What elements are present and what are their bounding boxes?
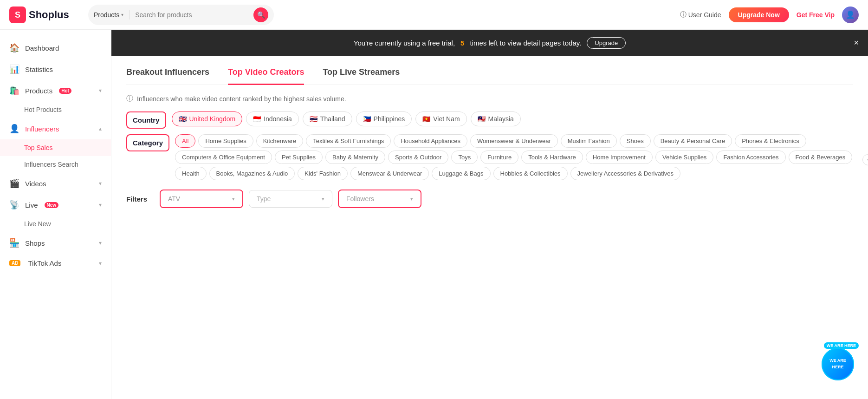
sidebar-item-hot-products[interactable]: Hot Products: [0, 101, 111, 118]
cat-option-kids[interactable]: Kids' Fashion: [298, 167, 348, 180]
cat-option-jewellery[interactable]: Jewellery Accessories & Derivatives: [570, 167, 680, 180]
country-option-malaysia[interactable]: 🇲🇾 Malaysia: [471, 111, 521, 126]
chevron-right-icon: ▾: [99, 87, 102, 94]
sidebar-label-live: Live: [25, 201, 38, 209]
ad-badge: AD: [9, 260, 20, 266]
country-option-philippines[interactable]: 🇵🇭 Philippines: [356, 111, 412, 126]
atv-select[interactable]: ATV ▾: [160, 190, 243, 208]
country-option-thailand[interactable]: 🇹🇭 Thailand: [303, 111, 352, 126]
banner-text-after: times left to view detail pages today.: [470, 39, 581, 47]
search-button[interactable]: 🔍: [253, 7, 268, 22]
cat-option-hobbies[interactable]: Hobbies & Collectibles: [493, 167, 568, 180]
banner-upgrade-button[interactable]: Upgrade: [587, 37, 626, 49]
followers-select[interactable]: Followers ▾: [338, 190, 421, 208]
bottom-filters: Filters ATV ▾ Type ▾ Followers ▾: [126, 190, 853, 208]
chevron-down-icon-live: ▾: [99, 202, 102, 208]
cat-option-beauty[interactable]: Beauty & Personal Care: [654, 134, 732, 148]
sidebar-label-products: Products: [25, 87, 52, 95]
svg-text:HERE: HERE: [832, 365, 843, 369]
cat-option-books[interactable]: Books, Magazines & Audio: [209, 167, 295, 180]
sidebar-item-dashboard[interactable]: 🏠 Dashboard: [0, 37, 111, 59]
type-placeholder: Type: [257, 195, 271, 203]
search-dropdown[interactable]: Products ▾: [94, 11, 123, 19]
chevron-down-icon-ads: ▾: [99, 260, 102, 267]
cat-option-vehicle[interactable]: Vehicle Supplies: [655, 150, 713, 164]
tabs-container: Breakout Influencers Top Video Creators …: [126, 67, 853, 85]
chevron-down-icon-followers: ▾: [410, 196, 413, 202]
content-area: Breakout Influencers Top Video Creators …: [111, 56, 868, 399]
sidebar-item-statistics[interactable]: 📊 Statistics: [0, 59, 111, 80]
logo-area: S Shoplus: [9, 7, 74, 23]
search-bar: Products ▾ 🔍: [88, 5, 274, 25]
main-content: You're currently using a free trial, 5 t…: [111, 30, 868, 399]
sidebar-item-live[interactable]: 📡 Live New ▾: [0, 194, 111, 216]
country-filter-row: Country 🇬🇧 United Kingdom 🇮🇩 Indonesia 🇹…: [126, 111, 853, 129]
country-label-indonesia: Indonesia: [264, 115, 292, 123]
search-input[interactable]: [135, 11, 250, 19]
cat-option-baby[interactable]: Baby & Maternity: [325, 150, 385, 164]
tab-top-video-creators[interactable]: Top Video Creators: [228, 67, 304, 85]
country-option-indonesia[interactable]: 🇮🇩 Indonesia: [246, 111, 299, 126]
cat-option-sports[interactable]: Sports & Outdoor: [388, 150, 448, 164]
country-option-vietnam[interactable]: 🇻🇳 Viet Nam: [415, 111, 466, 126]
country-label-philippines: Philippines: [374, 115, 405, 123]
flag-indonesia-icon: 🇮🇩: [253, 115, 261, 123]
promo-banner: You're currently using a free trial, 5 t…: [111, 30, 868, 56]
upgrade-now-button[interactable]: Upgrade Now: [729, 7, 789, 22]
cat-option-furniture[interactable]: Furniture: [480, 150, 518, 164]
sidebar-item-tiktok-ads[interactable]: AD TikTok Ads ▾: [0, 254, 111, 273]
sidebar-item-videos[interactable]: 🎬 Videos ▾: [0, 173, 111, 194]
type-select[interactable]: Type ▾: [249, 190, 332, 208]
we-are-here-circle[interactable]: WE ARE HERE WE ARE HERE: [822, 348, 854, 380]
cat-option-toys[interactable]: Toys: [451, 150, 478, 164]
sidebar-label-statistics: Statistics: [25, 65, 53, 73]
search-icon: 🔍: [257, 11, 265, 19]
dropdown-chevron-icon: ▾: [121, 12, 123, 17]
flag-thailand-icon: 🇹🇭: [310, 115, 317, 123]
sidebar-item-influencers[interactable]: 👤 Influencers ▴: [0, 118, 111, 139]
sidebar: 🏠 Dashboard 📊 Statistics 🛍️ Products Hot…: [0, 30, 111, 399]
sidebar-item-shops[interactable]: 🏪 Shops ▾: [0, 232, 111, 254]
logo-text: Shoplus: [29, 9, 69, 21]
cat-option-luggage[interactable]: Luggage & Bags: [432, 167, 490, 180]
cat-option-pet[interactable]: Pet Supplies: [275, 150, 323, 164]
sidebar-item-influencers-search[interactable]: Influencers Search: [0, 156, 111, 173]
new-badge: New: [45, 202, 59, 208]
cat-option-health[interactable]: Health: [175, 167, 207, 180]
cat-option-home-improvement[interactable]: Home Improvement: [586, 150, 653, 164]
cat-option-home-supplies[interactable]: Home Supplies: [198, 134, 253, 148]
header: S Shoplus Products ▾ 🔍 ⓘ User Guide Upgr…: [0, 0, 868, 30]
user-guide-link[interactable]: ⓘ User Guide: [680, 11, 721, 19]
flag-philippines-icon: 🇵🇭: [363, 115, 371, 123]
avatar[interactable]: 👤: [842, 7, 859, 23]
sidebar-item-products[interactable]: 🛍️ Products Hot ▾: [0, 80, 111, 101]
cat-option-shoes[interactable]: Shoes: [620, 134, 651, 148]
cat-option-menswear[interactable]: Menswear & Underwear: [350, 167, 429, 180]
cat-option-tools[interactable]: Tools & Hardware: [521, 150, 583, 164]
cat-option-phones[interactable]: Phones & Electronics: [735, 134, 806, 148]
cat-option-household[interactable]: Household Appliances: [394, 134, 467, 148]
country-options: 🇬🇧 United Kingdom 🇮🇩 Indonesia 🇹🇭 Thaila…: [172, 111, 854, 126]
sidebar-item-top-sales[interactable]: Top Sales: [0, 139, 111, 156]
get-free-vip-link[interactable]: Get Free Vip: [797, 11, 835, 19]
cat-option-all[interactable]: All: [175, 134, 195, 148]
videos-icon: 🎬: [9, 178, 19, 189]
followers-value: Followers: [346, 195, 374, 203]
sidebar-item-live-new[interactable]: Live New: [0, 216, 111, 232]
country-option-uk[interactable]: 🇬🇧 United Kingdom: [172, 111, 243, 126]
cat-option-food[interactable]: Food & Beverages: [789, 150, 853, 164]
tab-breakout-influencers[interactable]: Breakout Influencers: [126, 67, 209, 85]
country-label-vietnam: Viet Nam: [433, 115, 460, 123]
cat-option-fashion-acc[interactable]: Fashion Accessories: [716, 150, 785, 164]
we-are-here-badge[interactable]: WE ARE HERE WE ARE HERE: [822, 348, 859, 385]
influencers-icon: 👤: [9, 124, 19, 134]
chevron-down-icon-videos: ▾: [99, 180, 102, 187]
cat-option-kitchenware[interactable]: Kitchenware: [256, 134, 304, 148]
cat-option-textiles[interactable]: Textiles & Soft Furnishings: [306, 134, 391, 148]
tab-top-live-streamers[interactable]: Top Live Streamers: [323, 67, 400, 85]
cat-option-womenswear[interactable]: Womenswear & Underwear: [470, 134, 558, 148]
cat-option-muslim[interactable]: Muslim Fashion: [561, 134, 617, 148]
home-icon: 🏠: [9, 43, 19, 53]
banner-close-button[interactable]: ×: [854, 38, 859, 48]
cat-option-computers[interactable]: Computers & Office Equipment: [175, 150, 272, 164]
